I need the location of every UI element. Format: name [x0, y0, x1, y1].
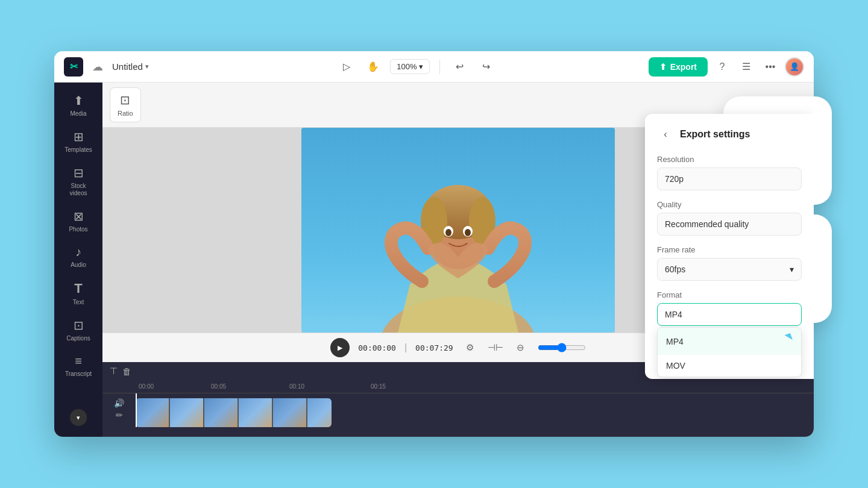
help-button[interactable]: ? [712, 57, 732, 77]
sidebar-item-label: Stock videos [70, 183, 87, 197]
current-time: 00:00:00 [358, 343, 396, 352]
canvas-area: ⊡ Ratio [102, 83, 814, 437]
resolution-label: Resolution [657, 155, 802, 164]
sidebar-item-label: Photos [69, 226, 87, 233]
ruler-mark-0: 00:00 [139, 383, 154, 390]
clip-thumb-6 [307, 398, 332, 427]
hand-tool-button[interactable]: ✋ [363, 57, 383, 77]
svg-point-9 [445, 229, 451, 236]
track-clip[interactable] [136, 398, 332, 427]
sidebar-item-label: Media [70, 110, 86, 117]
sidebar-item-label: Transcript [65, 371, 92, 378]
layout-button[interactable]: ☰ [737, 57, 756, 77]
header-right: ⬆ Export ? ☰ ••• 👤 [649, 57, 804, 77]
cursor-arrow-icon [787, 334, 793, 349]
sidebar-item-audio[interactable]: ♪ Audio [58, 240, 99, 274]
ruler-mark-15: 00:15 [371, 383, 386, 390]
stock-videos-icon: ⊟ [74, 166, 84, 180]
clip-thumb-4 [239, 398, 272, 427]
clip-thumb-2 [170, 398, 203, 427]
more-button[interactable]: ••• [761, 57, 780, 77]
video-content-svg [301, 128, 615, 333]
framerate-label: Frame rate [657, 245, 802, 254]
chevron-down-icon: ▾ [419, 62, 423, 71]
header-left: ✂ ☁ Untitled ▾ [64, 57, 184, 77]
volume-button[interactable]: 🔊 [114, 398, 124, 408]
templates-icon: ⊞ [74, 130, 84, 144]
chevron-down-icon: ▾ [145, 63, 149, 70]
zoom-selector[interactable]: 100% ▾ [390, 59, 430, 74]
playhead [136, 393, 137, 427]
photos-icon: ⊠ [74, 209, 84, 224]
video-preview-inner [301, 128, 615, 333]
framerate-group: Frame rate 60fps ▾ [657, 245, 802, 281]
sidebar-item-media[interactable]: ⬆ Media [58, 89, 99, 122]
export-button[interactable]: ⬆ Export [649, 57, 708, 77]
header-center: ▷ ✋ 100% ▾ ↩ ↪ [184, 57, 649, 77]
clip-thumb-5 [273, 398, 306, 427]
video-track [136, 393, 332, 432]
ratio-button[interactable]: ⊡ Ratio [110, 87, 141, 122]
format-option-mp4[interactable]: MP4 [658, 328, 801, 355]
magic-button[interactable]: ✏ [116, 410, 123, 420]
format-dropdown: MP4 MOV [657, 327, 802, 377]
video-preview [301, 128, 615, 333]
export-panel-title: Export settings [680, 129, 750, 140]
timeline-resize-button[interactable]: ⊤ [110, 366, 118, 377]
avatar[interactable]: 👤 [785, 57, 804, 77]
divider [439, 60, 440, 74]
sidebar-item-templates[interactable]: ⊞ Templates [58, 125, 99, 158]
text-icon: T [74, 281, 82, 296]
sidebar-item-stock-videos[interactable]: ⊟ Stock videos [58, 161, 99, 202]
clip-thumb-3 [204, 398, 237, 427]
minus-button[interactable]: ⊖ [512, 339, 529, 356]
timeline-controls-left: 🔊 ✏ [102, 393, 136, 437]
ratio-label: Ratio [118, 110, 133, 117]
export-icon: ⬆ [659, 62, 667, 72]
sidebar-item-captions[interactable]: ⊡ Captions [58, 313, 99, 347]
sidebar: ⬆ Media ⊞ Templates ⊟ Stock videos ⊠ Pho… [54, 83, 102, 437]
sidebar-item-photos[interactable]: ⊠ Photos [58, 204, 99, 238]
quality-value[interactable]: Recommended quality [657, 213, 802, 236]
total-time: 00:07:29 [415, 343, 453, 352]
svg-point-10 [465, 229, 471, 236]
format-option-label: MP4 [666, 337, 684, 346]
sidebar-collapse-button[interactable]: ▾ [70, 409, 87, 426]
ruler-mark-10: 00:10 [289, 383, 304, 390]
format-value[interactable]: MP4 [657, 303, 802, 326]
back-button[interactable]: ‹ [657, 126, 674, 143]
cursor-tool-button[interactable]: ▷ [337, 57, 356, 77]
sidebar-item-label: Templates [64, 146, 92, 154]
file-title[interactable]: Untitled ▾ [112, 61, 149, 72]
sidebar-item-text[interactable]: T Text [58, 276, 99, 311]
play-button[interactable]: ▶ [330, 338, 350, 357]
redo-button[interactable]: ↪ [476, 57, 495, 77]
speed-button[interactable]: ⚙ [462, 339, 479, 356]
format-group: Format MP4 MP4 MOV [657, 290, 802, 326]
media-icon: ⬆ [74, 93, 84, 108]
quality-group: Quality Recommended quality [657, 200, 802, 236]
chevron-down-icon: ▾ [790, 264, 794, 274]
sidebar-item-label: Captions [66, 335, 90, 342]
zoom-slider[interactable] [538, 343, 586, 352]
resolution-value[interactable]: 720p [657, 167, 802, 190]
sidebar-item-label: Text [73, 299, 84, 306]
app-window: ✂ ☁ Untitled ▾ ▷ ✋ 100% ▾ ↩ ↪ ⬆ Export ? [54, 51, 814, 437]
timeline-delete-button[interactable]: 🗑 [122, 366, 131, 377]
timeline-ruler: 00:00 00:05 00:10 00:15 [102, 380, 814, 393]
export-panel: ‹ Export settings Resolution 720p Qualit… [645, 114, 814, 379]
format-option-mov[interactable]: MOV [658, 355, 801, 377]
undo-button[interactable]: ↩ [450, 57, 469, 77]
clip-thumb-1 [136, 398, 169, 427]
export-panel-header: ‹ Export settings [657, 126, 802, 143]
split-button[interactable]: ⊣⊢ [487, 339, 504, 356]
timeline-right [136, 393, 814, 437]
audio-icon: ♪ [75, 245, 81, 259]
framerate-value[interactable]: 60fps ▾ [657, 258, 802, 281]
format-option-label: MOV [666, 361, 685, 371]
quality-label: Quality [657, 200, 802, 209]
timeline-tracks: 🔊 ✏ [102, 393, 814, 437]
app-logo: ✂ [64, 57, 83, 77]
cloud-save-icon[interactable]: ☁ [89, 58, 106, 75]
sidebar-item-transcript[interactable]: ≡ Transcript [58, 349, 99, 383]
